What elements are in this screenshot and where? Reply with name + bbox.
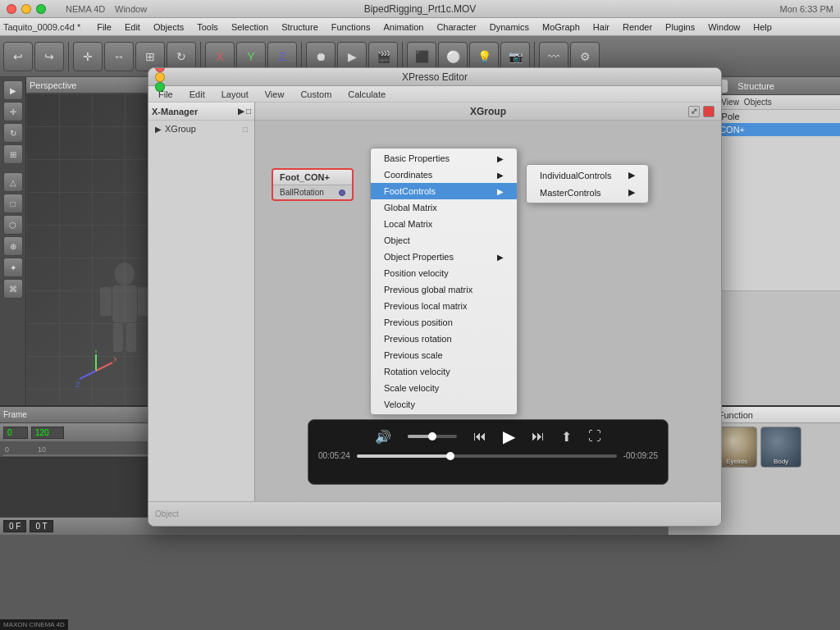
graph-area[interactable]: XGroup ⤢ Foot_CON+ BallRotation [255, 103, 721, 501]
ctx-prev-scale[interactable]: Previous scale [371, 347, 517, 363]
current-frame[interactable]: 0 F [3, 520, 26, 532]
svg-text:10: 10 [38, 445, 46, 454]
menu-window[interactable]: Window [701, 21, 746, 34]
xmanager-expand[interactable]: □ [246, 107, 251, 116]
maximize-button[interactable] [36, 4, 46, 14]
sidebar-rotate[interactable]: ↻ [3, 123, 23, 143]
menu-plugins[interactable]: Plugins [659, 21, 701, 34]
ctx-rotation-velocity[interactable]: Rotation velocity [371, 363, 517, 380]
ctx-prev-global[interactable]: Previous global matrix [371, 281, 517, 298]
end-frame-input[interactable]: 120 [31, 427, 64, 439]
os-clock: Mon 6:33 PM [780, 4, 833, 14]
xpresso-traffic-lights[interactable] [155, 67, 165, 92]
ctx-ps-label: Previous scale [384, 350, 443, 360]
xp-menu-calculate[interactable]: Calculate [341, 89, 392, 100]
xpresso-min[interactable] [155, 72, 165, 82]
ctx-pos-velocity[interactable]: Position velocity [371, 265, 517, 281]
ctx-global-matrix[interactable]: Global Matrix [371, 199, 517, 216]
svg-line-6 [96, 363, 112, 371]
player-share-icon[interactable]: ⬆ [561, 429, 572, 445]
ctx-local-matrix[interactable]: Local Matrix [371, 216, 517, 232]
xpresso-close[interactable] [155, 67, 165, 72]
ctx-object-props[interactable]: Object Properties ▶ [371, 249, 517, 265]
ctx-object[interactable]: Object [371, 232, 517, 249]
sidebar-t2[interactable]: □ [3, 194, 23, 213]
close-button[interactable] [7, 4, 16, 14]
sub-master-controls[interactable]: MasterControls ▶ [527, 184, 648, 201]
ctx-velocity[interactable]: Velocity [371, 396, 517, 413]
rp-menu-objects[interactable]: Objects [744, 98, 772, 107]
player-volume-icon[interactable]: 🔊 [375, 429, 391, 445]
tab-structure[interactable]: Structure [731, 80, 781, 93]
xp-menu-edit[interactable]: Edit [183, 89, 212, 100]
xmanager-header: X-Manager ▶ □ [148, 103, 254, 121]
svg-rect-1 [112, 285, 137, 322]
ctx-basic-properties[interactable]: Basic Properties ▶ [371, 150, 517, 167]
player-play-button[interactable]: ▶ [503, 427, 515, 446]
xp-menu-layout[interactable]: Layout [215, 89, 255, 100]
ctx-coordinates[interactable]: Coordinates ▶ [371, 167, 517, 183]
foot-con-node[interactable]: Foot_CON+ BallRotation [272, 168, 354, 201]
menu-functions[interactable]: Functions [325, 21, 377, 34]
ctx-scale-velocity[interactable]: Scale velocity [371, 380, 517, 396]
xmanager-xgroup-item[interactable]: ▶ XGroup □ [148, 121, 254, 137]
progress-track[interactable] [357, 454, 617, 458]
window-menu[interactable]: Window [115, 4, 147, 14]
menu-structure[interactable]: Structure [275, 21, 325, 34]
graph-fit-icon[interactable]: ⤢ [688, 106, 700, 117]
xp-menu-view[interactable]: View [258, 89, 291, 100]
ctx-prev-rotation[interactable]: Previous rotation [371, 331, 517, 347]
progress-thumb[interactable] [446, 452, 454, 460]
sidebar-t5[interactable]: ✦ [3, 258, 23, 277]
xmanager-label: X-Manager [152, 107, 198, 116]
menu-tools[interactable]: Tools [190, 21, 225, 34]
menu-render[interactable]: Render [616, 21, 659, 34]
graph-title: XGroup [470, 106, 506, 117]
menu-file[interactable]: File [90, 21, 118, 34]
menu-dynamics[interactable]: Dynamics [483, 21, 536, 34]
minimize-button[interactable] [21, 4, 31, 14]
xmanager-toggle[interactable]: ▶ [238, 107, 244, 116]
rp-menu-view[interactable]: View [721, 98, 739, 107]
volume-thumb[interactable] [428, 432, 436, 441]
sidebar-scale[interactable]: ⊞ [3, 144, 23, 164]
menu-hair[interactable]: Hair [587, 21, 616, 34]
move-tool[interactable]: ↔ [104, 42, 134, 71]
mat-menu-function[interactable]: Function [719, 410, 753, 420]
app-title: Taquito_0009.c4d * [3, 22, 80, 32]
menu-objects[interactable]: Objects [147, 21, 190, 34]
graph-color-icon[interactable] [703, 106, 714, 117]
redo-button[interactable]: ↪ [34, 42, 64, 71]
end-time[interactable]: 0 T [30, 520, 52, 532]
sidebar-select[interactable]: ▶ [3, 80, 23, 100]
ctx-foot-arrow: ▶ [497, 187, 504, 196]
start-frame-input[interactable]: 0 [3, 427, 28, 439]
mat-body-label: Body [774, 458, 788, 465]
xpresso-max[interactable] [155, 82, 165, 92]
xp-menu-custom[interactable]: Custom [294, 89, 338, 100]
menu-animation[interactable]: Animation [377, 21, 430, 34]
volume-track[interactable] [408, 435, 457, 438]
ctx-prev-local[interactable]: Previous local matrix [371, 298, 517, 314]
material-eyelids[interactable]: Eyelids [716, 427, 757, 468]
sidebar-t1[interactable]: △ [3, 172, 23, 192]
player-rewind-button[interactable]: ⏮ [473, 429, 486, 444]
material-body[interactable]: Body [760, 427, 801, 468]
undo-button[interactable]: ↩ [3, 42, 33, 71]
sidebar-t3[interactable]: ⬡ [3, 215, 23, 235]
sidebar-t4[interactable]: ⊕ [3, 236, 23, 256]
select-tool[interactable]: ✛ [73, 42, 103, 71]
menu-character[interactable]: Character [430, 21, 482, 34]
menu-mograph[interactable]: MoGraph [536, 21, 587, 34]
ctx-footcontrols[interactable]: FootControls ▶ [371, 183, 517, 199]
ctx-prev-position[interactable]: Previous position [371, 314, 517, 331]
sidebar-move[interactable]: ✛ [3, 102, 23, 121]
menu-edit[interactable]: Edit [118, 21, 147, 34]
menu-selection[interactable]: Selection [225, 21, 275, 34]
player-forward-button[interactable]: ⏭ [532, 429, 545, 444]
traffic-lights[interactable] [7, 4, 46, 14]
sub-individual-controls[interactable]: IndividualControls ▶ [527, 167, 648, 184]
sidebar-t6[interactable]: ⌘ [3, 279, 23, 299]
player-fullscreen-icon[interactable]: ⛶ [588, 429, 601, 444]
menu-help[interactable]: Help [746, 21, 778, 34]
